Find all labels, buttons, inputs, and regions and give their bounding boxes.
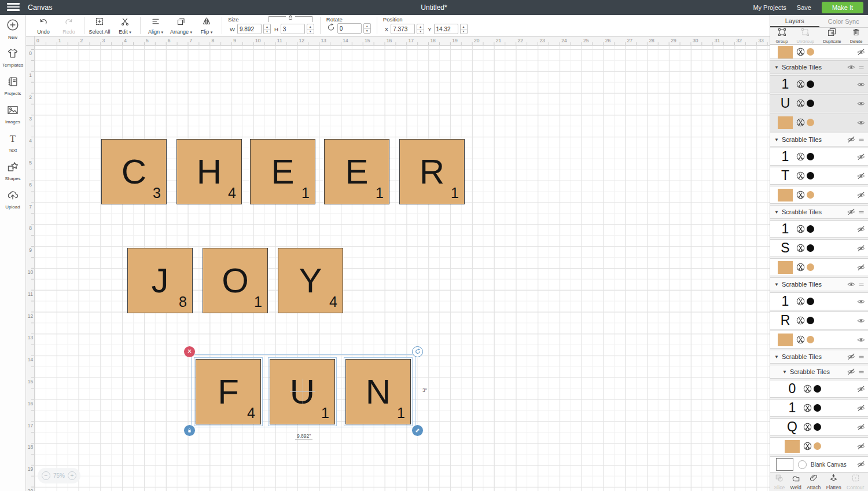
eye-hidden-icon[interactable] (847, 368, 855, 376)
rotate-handle[interactable] (412, 346, 423, 357)
eye-icon[interactable] (847, 63, 855, 71)
rotate-input[interactable] (337, 23, 362, 34)
position-y-stepper[interactable]: ▲▼ (460, 24, 468, 34)
eye-hidden-icon[interactable] (857, 404, 865, 412)
selection-bounding-box[interactable] (191, 354, 415, 427)
layer-row[interactable]: S (770, 239, 868, 257)
delete-button[interactable]: Delete (850, 28, 863, 44)
eye-hidden-icon[interactable] (857, 172, 865, 180)
layer-row[interactable] (770, 113, 868, 131)
layer-color-dot[interactable] (807, 172, 814, 179)
sidebar-item-shapes[interactable]: Shapes (0, 157, 25, 185)
layer-color-dot[interactable] (807, 48, 814, 56)
redo-button[interactable]: Redo (56, 15, 82, 36)
eye-hidden-icon[interactable] (857, 244, 865, 252)
eye-icon[interactable] (857, 317, 865, 325)
layer-row[interactable] (770, 331, 868, 349)
layer-row[interactable]: U (770, 94, 868, 112)
layer-row[interactable]: 1 (770, 148, 868, 166)
layer-group-header[interactable]: ▼Scrabble Tiles (770, 60, 868, 74)
width-stepper[interactable]: ▲▼ (263, 24, 271, 34)
layer-group-header[interactable]: ▼Scrabble Tiles (770, 277, 868, 291)
layer-color-dot[interactable] (807, 100, 814, 107)
scrabble-tile-R[interactable]: R1 (399, 139, 465, 204)
sidebar-item-new[interactable]: New (0, 15, 25, 43)
attach-button[interactable]: Attach (807, 474, 821, 490)
eye-icon[interactable] (857, 336, 865, 344)
eye-hidden-icon[interactable] (857, 460, 865, 468)
flip-menu-button[interactable]: Flip ▾ (194, 15, 219, 36)
width-input[interactable] (237, 24, 262, 34)
eye-icon[interactable] (857, 100, 865, 108)
eye-icon[interactable] (857, 119, 865, 127)
layer-color-dot[interactable] (807, 244, 814, 252)
layer-row[interactable] (770, 186, 868, 204)
group-button[interactable]: Group (776, 28, 788, 44)
sidebar-item-text[interactable]: TText (0, 129, 25, 157)
chevron-down-icon[interactable]: ▼ (774, 210, 779, 215)
chevron-down-icon[interactable]: ▼ (774, 137, 779, 142)
zoom-out-button[interactable]: − (42, 471, 50, 480)
scrabble-tile-E[interactable]: E1 (250, 139, 315, 204)
layer-row[interactable]: T (770, 167, 868, 185)
cut-operation-icon[interactable] (796, 297, 805, 306)
eye-icon[interactable] (857, 80, 865, 89)
layer-color-dot[interactable] (807, 317, 814, 324)
contour-button[interactable]: Contour (847, 474, 864, 490)
eye-hidden-icon[interactable] (847, 135, 855, 144)
edit-menu-button[interactable]: Edit ▾ (112, 15, 138, 36)
layer-color-dot[interactable] (807, 336, 814, 343)
duplicate-button[interactable]: Duplicate (823, 28, 841, 44)
layer-color-dot[interactable] (814, 404, 821, 412)
layer-row[interactable]: 1 (770, 75, 868, 93)
layer-row[interactable]: 1 (770, 399, 868, 417)
align-menu-button[interactable]: Align ▾ (143, 15, 168, 36)
eye-hidden-icon[interactable] (857, 423, 865, 431)
undo-button[interactable]: Undo (31, 15, 56, 36)
eye-hidden-icon[interactable] (857, 263, 865, 272)
ungroup-button[interactable]: UnGroup (797, 28, 814, 44)
position-y-input[interactable] (434, 24, 458, 34)
sidebar-item-templates[interactable]: Templates (0, 43, 25, 72)
eye-hidden-icon[interactable] (847, 208, 855, 216)
layer-group-header[interactable]: ▼Scrabble Tiles (770, 205, 868, 219)
drag-handle-icon[interactable] (858, 208, 865, 216)
cut-operation-icon[interactable] (803, 384, 812, 393)
cut-operation-icon[interactable] (796, 152, 805, 161)
eye-icon[interactable] (847, 280, 855, 288)
drag-handle-icon[interactable] (858, 368, 865, 376)
sidebar-item-images[interactable]: Images (0, 100, 25, 129)
layer-row[interactable] (770, 258, 868, 276)
eye-hidden-icon[interactable] (857, 225, 865, 233)
scrabble-tile-H[interactable]: H4 (176, 139, 242, 204)
scrabble-tile-J[interactable]: J8 (127, 248, 193, 313)
chevron-down-icon[interactable]: ▼ (774, 354, 779, 360)
scrabble-tile-E[interactable]: E1 (324, 139, 389, 204)
layer-color-dot[interactable] (814, 442, 821, 450)
cut-operation-icon[interactable] (796, 263, 805, 272)
layer-color-dot[interactable] (807, 298, 814, 305)
zoom-in-button[interactable]: + (68, 471, 76, 480)
layer-color-dot[interactable] (807, 119, 814, 126)
position-x-input[interactable] (391, 24, 415, 34)
layer-row[interactable]: R (770, 312, 868, 329)
eye-hidden-icon[interactable] (857, 48, 865, 56)
make-it-button[interactable]: Make It (822, 2, 863, 13)
scrabble-tile-C[interactable]: C3 (101, 139, 167, 204)
layer-color-dot[interactable] (814, 423, 821, 431)
layer-group-header[interactable]: ▼Scrabble Tiles (770, 350, 868, 364)
scrabble-tile-O[interactable]: O1 (203, 248, 268, 313)
cut-operation-icon[interactable] (796, 80, 805, 89)
chevron-down-icon[interactable]: ▼ (774, 282, 779, 287)
chevron-down-icon[interactable]: ▼ (782, 369, 787, 375)
rotate-stepper[interactable]: ▲▼ (363, 23, 371, 34)
eye-hidden-icon[interactable] (857, 385, 865, 393)
layer-group-header[interactable]: ▼Scrabble Tiles (770, 365, 868, 379)
flatten-button[interactable]: Flatten (826, 474, 841, 490)
design-canvas[interactable]: C3H4E1E1R1J8O1Y4F4U1N1 3"9.892" − 75% + (35, 46, 770, 491)
sidebar-item-upload[interactable]: Upload (0, 185, 25, 214)
my-projects-link[interactable]: My Projects (753, 4, 786, 11)
layer-color-dot[interactable] (807, 263, 814, 271)
eye-hidden-icon[interactable] (847, 353, 855, 361)
layer-group-header[interactable]: ▼Scrabble Tiles (770, 133, 868, 146)
